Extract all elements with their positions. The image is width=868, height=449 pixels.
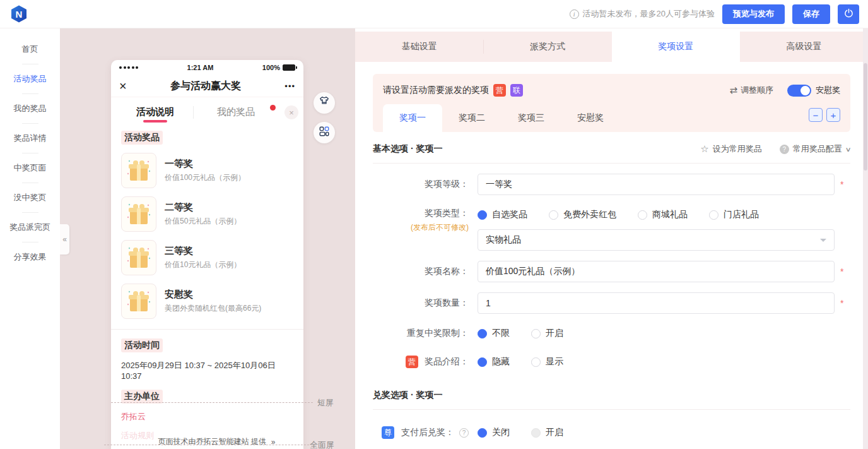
phone-page-title: 参与活动赢大奖 <box>127 80 285 93</box>
gift-icon <box>121 284 156 319</box>
sidebar-item-prize-detail[interactable]: 奖品详情 <box>0 129 60 148</box>
full-screen-label: 全面屏 <box>310 440 334 449</box>
scrollbar-thumb[interactable] <box>864 63 867 171</box>
radio-pay-redeem-on[interactable]: 开启 <box>531 427 563 438</box>
name-input[interactable]: 价值100元礼品（示例） <box>478 261 835 282</box>
prize-tab-2[interactable]: 奖项二 <box>442 104 501 132</box>
consolation-toggle[interactable]: 安慰奖 <box>787 85 840 97</box>
required-asterisk: * <box>840 266 843 277</box>
set-common-prize-button[interactable]: ☆ 设为常用奖品 <box>700 143 761 155</box>
section-title-organizer: 主办单位 <box>121 390 163 404</box>
prize-row[interactable]: 三等奖 价值10元礼品（示例） <box>121 240 293 275</box>
add-prize-button[interactable]: + <box>826 108 840 122</box>
sidebar-item-prizes-gone-page[interactable]: 奖品派完页 <box>0 218 60 237</box>
remove-prize-button[interactable]: − <box>809 108 823 122</box>
radio-intro-show[interactable]: 显示 <box>531 356 563 368</box>
radio-icon <box>531 329 541 338</box>
phone-preview: 1:21 AM 100% × 参与活动赢大奖 ••• 活动说明 我的奖品 × 活… <box>111 60 303 449</box>
prize-form: 奖项等级： 一等奖 * 奖项类型： (发布后不可修改) 自选奖品 免费外卖红包 <box>355 174 868 368</box>
tshirt-icon <box>318 95 331 111</box>
sidebar-divider <box>22 64 38 64</box>
prize-row[interactable]: 二等奖 价值50元礼品（示例） <box>121 196 293 232</box>
toggle-label: 安慰奖 <box>816 85 840 96</box>
swap-arrows-icon: ⇄ <box>729 85 737 96</box>
basic-options-title: 基本选项 · 奖项一 <box>373 143 442 155</box>
prize-tab-1[interactable]: 奖项一 <box>383 104 442 132</box>
components-button[interactable] <box>314 122 335 143</box>
radio-mall-gift[interactable]: 商城礼品 <box>638 209 688 220</box>
required-asterisk: * <box>840 298 843 308</box>
preview-publish-button[interactable]: 预览与发布 <box>722 4 785 24</box>
tab-advanced-settings[interactable]: 高级设置 <box>740 32 868 62</box>
radio-free-takeout-redpacket[interactable]: 免费外卖红包 <box>549 209 616 220</box>
radio-store-gift[interactable]: 门店礼品 <box>709 209 759 220</box>
tab-prize-settings[interactable]: 奖项设置 <box>612 32 740 62</box>
phone-status-bar: 1:21 AM 100% <box>111 60 303 75</box>
prize-name: 安慰奖 <box>165 289 261 301</box>
app-logo-icon[interactable]: N <box>9 4 29 24</box>
prize-tab-consolation[interactable]: 安慰奖 <box>561 104 620 132</box>
radio-selected-icon <box>478 428 487 438</box>
info-icon: i <box>570 9 579 19</box>
sidebar-divider <box>22 183 38 183</box>
chevron-down-icon: ∨ <box>845 146 851 153</box>
name-label: 奖项名称： <box>373 266 478 277</box>
sidebar-item-activity-prizes[interactable]: 活动奖品 <box>0 69 60 88</box>
prize-desc: 美团外卖随机红包(最高66元) <box>165 303 261 314</box>
signal-icon <box>119 66 138 69</box>
sidebar-divider <box>22 212 38 213</box>
gift-icon <box>121 196 156 232</box>
tab-award-method[interactable]: 派奖方式 <box>483 32 611 62</box>
sidebar-item-win-page[interactable]: 中奖页面 <box>0 159 60 177</box>
gift-icon <box>121 240 156 275</box>
tab-my-prizes[interactable]: 我的奖品 <box>217 97 255 127</box>
radio-icon <box>531 357 541 367</box>
pay-redeem-label: 尊 支付后兑奖： ? <box>373 426 478 439</box>
radio-self-select-prize[interactable]: 自选奖品 <box>478 209 527 220</box>
settings-panel: 基础设置 派奖方式 奖项设置 高级设置 请设置活动需要派发的奖项 营 联 ⇄ 调… <box>355 28 868 449</box>
phone-close-icon[interactable]: × <box>119 80 127 92</box>
tab-basic-settings[interactable]: 基础设置 <box>355 32 483 62</box>
radio-intro-hide[interactable]: 隐藏 <box>478 356 510 368</box>
common-prize-config-dropdown[interactable]: ? 常用奖品配置 ∨ <box>780 143 850 155</box>
type-note: (发布后不可修改) <box>373 222 469 233</box>
radio-enable-limit[interactable]: 开启 <box>531 328 563 339</box>
radio-no-limit[interactable]: 不限 <box>478 328 510 339</box>
prize-row[interactable]: 一等奖 价值100元礼品（示例） <box>121 153 293 188</box>
radio-pay-redeem-off[interactable]: 关闭 <box>478 427 510 438</box>
save-button[interactable]: 保存 <box>792 4 830 24</box>
scrollbar[interactable] <box>863 28 868 449</box>
preview-area: « 1:21 AM 100% × 参与活动赢大奖 ••• 活动说明 我的奖品 ×… <box>60 28 355 449</box>
activity-time-range: 2025年09月29日 10:37 ~ 2025年10月06日 10:37 <box>121 360 293 381</box>
sidebar-collapse-button[interactable]: « <box>60 224 69 254</box>
prize-tab-3[interactable]: 奖项三 <box>501 104 561 132</box>
power-button[interactable] <box>838 4 859 24</box>
short-screen-label: 短屏 <box>317 397 334 409</box>
prize-banner: 请设置活动需要派发的奖项 营 联 ⇄ 调整顺序 安慰奖 奖项一 奖项二 奖项三 … <box>373 74 850 132</box>
tabbar-close-icon[interactable]: × <box>284 105 298 119</box>
sidebar-divider <box>22 153 38 153</box>
radio-selected-icon <box>478 357 487 367</box>
sidebar-item-my-prizes[interactable]: 我的奖品 <box>0 99 60 118</box>
help-icon[interactable]: ? <box>459 428 469 438</box>
sidebar-divider <box>22 123 38 124</box>
reorder-button[interactable]: ⇄ 调整顺序 <box>729 85 773 96</box>
banner-prompt: 请设置活动需要派发的奖项 <box>383 85 489 96</box>
toggle-on-icon[interactable] <box>787 85 811 97</box>
phone-more-icon[interactable]: ••• <box>284 81 295 91</box>
sidebar-item-home[interactable]: 首页 <box>0 40 60 59</box>
radio-icon <box>709 210 718 220</box>
notice-text: 活动暂未发布，最多20人可参与体验 <box>583 8 715 20</box>
prize-row[interactable]: 安慰奖 美团外卖随机红包(最高66元) <box>121 284 293 319</box>
level-input[interactable]: 一等奖 <box>478 174 835 195</box>
count-input[interactable]: 1 <box>478 292 835 314</box>
theme-button[interactable] <box>314 92 335 114</box>
radio-icon <box>638 210 647 220</box>
sidebar-item-share-effect[interactable]: 分享效果 <box>0 248 60 266</box>
intro-label: 营 奖品介绍： <box>373 356 478 368</box>
sidebar-item-no-win-page[interactable]: 没中奖页 <box>0 188 60 207</box>
prize-type-select[interactable]: 实物礼品 <box>478 229 835 251</box>
badge-union: 联 <box>510 84 523 97</box>
tab-activity-description[interactable]: 活动说明 <box>136 97 174 127</box>
prize-desc: 价值100元礼品（示例） <box>165 172 245 183</box>
